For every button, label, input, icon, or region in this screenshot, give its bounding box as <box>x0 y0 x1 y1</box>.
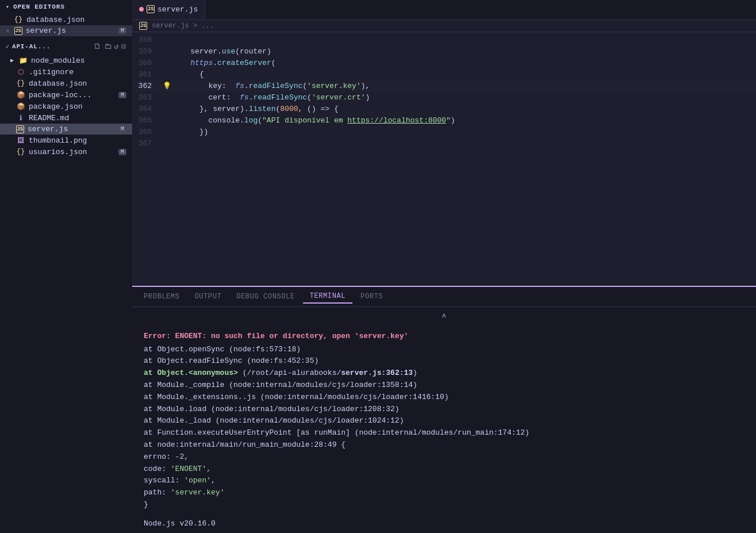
code-line-366: 366 }) <box>132 126 756 138</box>
sidebar-item-thumbnail[interactable]: 🖼 thumbnail.png <box>0 135 132 146</box>
line-num-367: 367 <box>132 138 161 149</box>
line-content-364: }, server).listen(8000, () => { <box>172 103 756 115</box>
tab-output[interactable]: OUTPUT <box>187 290 228 303</box>
line-num-359: 359 <box>132 46 161 57</box>
line-num-365: 365 <box>132 115 161 126</box>
code-line-367: 367 <box>132 138 756 149</box>
sidebar-server-js-label: server.js <box>28 125 68 133</box>
new-file-icon[interactable]: 🗋 <box>94 43 102 51</box>
sidebar-item-open-database-json[interactable]: {} database.json <box>0 14 132 25</box>
terminal-blank <box>144 511 745 518</box>
line-content-359: server.use(router) <box>172 46 756 57</box>
terminal-stack-trace: at Object.openSync (node:fs:573:18) at O… <box>144 344 745 451</box>
terminal-tab-bar: PROBLEMS OUTPUT DEBUG CONSOLE TERMINAL P… <box>132 287 756 307</box>
close-icon[interactable]: ✕ <box>6 27 10 34</box>
modified-badge: M <box>118 149 126 155</box>
stack-text-2: at Object.<anonymous> (/root/api-alurabo… <box>144 369 417 377</box>
sidebar-node-modules-label: node_modules <box>31 56 85 65</box>
modified-badge: M <box>118 28 126 34</box>
sidebar-thumbnail-label: thumbnail.png <box>29 136 87 145</box>
line-num-364: 364 <box>132 103 161 115</box>
sidebar-gitignore-label: .gitignore <box>29 68 74 76</box>
line-num-363: 363 <box>132 92 161 103</box>
line-content-363: cert: fs.readFileSync('server.crt') <box>172 92 756 103</box>
tab-bar: JS server.js <box>132 0 756 20</box>
sidebar-item-node-modules[interactable]: ▶ 📁 node_modules <box>0 55 132 66</box>
line-content-362: key: fs.readFileSync('server.key'), <box>172 80 756 92</box>
sidebar-open-server-js-label: server.js <box>26 26 66 35</box>
sidebar-item-usuarios[interactable]: {} usuarios.json M <box>0 146 132 158</box>
sidebar-item-readme[interactable]: ℹ README.md <box>0 112 132 124</box>
refresh-icon[interactable]: ↺ <box>114 42 120 51</box>
sidebar-item-open-server-js[interactable]: ✕ JS server.js M <box>0 25 132 36</box>
terminal-prompt-line: root in api-alurabooks on ⎇ main [!] <box>144 531 745 533</box>
json-icon: {} <box>14 15 23 24</box>
breadcrumb: JS server.js > ... <box>132 20 756 32</box>
readme-icon: ℹ <box>16 113 25 122</box>
obj-close: } <box>144 499 745 511</box>
sidebar-item-package-json[interactable]: 📦 package.json <box>0 101 132 112</box>
errno-line: errno: -2, <box>144 451 745 463</box>
sidebar-item-package-lock[interactable]: 📦 package-loc... M <box>0 89 132 101</box>
code-line-359: 359 server.use(router) <box>132 46 756 57</box>
stack-text-0: at Object.openSync (node:fs:573:18) <box>144 345 301 354</box>
code-line-364: 364 }, server).listen(8000, () => { <box>132 103 756 115</box>
stack-text-1: at Object.readFileSync (node:fs:452:35) <box>144 356 318 365</box>
line-content-365: console.log("API disponível em https://l… <box>172 115 756 126</box>
stack-text-4: at Module._extensions..js (node:internal… <box>144 393 449 401</box>
line-content-361: { <box>172 69 756 80</box>
stack-text-3: at Module._compile (node:internal/module… <box>144 381 417 389</box>
png-icon: 🖼 <box>16 136 25 145</box>
code-lines: 358 359 server.use(router) 360 https.cre… <box>132 32 756 286</box>
code-line-362: 362 💡 key: fs.readFileSync('server.key')… <box>132 80 756 92</box>
code-editor[interactable]: 358 359 server.use(router) 360 https.cre… <box>132 32 756 286</box>
terminal-output[interactable]: ^ Error: ENOENT: no such file or directo… <box>132 307 756 533</box>
line-num-366: 366 <box>132 126 161 138</box>
sidebar-pkg-json-label: package.json <box>29 102 83 111</box>
tab-server-js-label: server.js <box>158 5 198 14</box>
error-text: Error: ENOENT: no such file or directory… <box>144 332 408 340</box>
tab-server-js[interactable]: JS server.js <box>132 0 205 20</box>
breadcrumb-js-icon: JS <box>139 22 147 30</box>
api-section-header[interactable]: ✓ API-AL... 🗋 🗀 ↺ ⊟ <box>0 39 132 55</box>
stack-line-8: at node:internal/main/run_main_module:28… <box>144 439 745 451</box>
pkg-icon: 📦 <box>16 90 25 99</box>
stack-line-5: at Module.load (node:internal/modules/cj… <box>144 404 745 416</box>
stack-text-8: at node:internal/main/run_main_module:28… <box>144 440 346 449</box>
main-area: JS server.js JS server.js > ... 358 359 … <box>132 0 756 533</box>
tab-ports[interactable]: PORTS <box>354 290 390 303</box>
tab-problems[interactable]: PROBLEMS <box>137 290 186 303</box>
terminal-error-object: errno: -2, code: 'ENOENT', syscall: 'ope… <box>144 451 745 511</box>
new-folder-icon[interactable]: 🗀 <box>104 43 112 51</box>
breadcrumb-text: server.js > ... <box>152 22 214 30</box>
stack-line-6: at Module._load (node:internal/modules/c… <box>144 415 745 427</box>
sidebar-open-database-json-label: database.json <box>26 16 85 24</box>
gitignore-icon: ⬡ <box>16 67 25 76</box>
stack-line-4: at Module._extensions..js (node:internal… <box>144 392 745 404</box>
open-editors-header: ▾ OPEN EDITORS <box>0 0 132 14</box>
line-content-366: }) <box>172 126 756 138</box>
stack-text-5: at Module.load (node:internal/modules/cj… <box>144 405 400 413</box>
terminal-panel: PROBLEMS OUTPUT DEBUG CONSOLE TERMINAL P… <box>132 286 756 533</box>
line-num-361: 361 <box>132 69 161 80</box>
modified-badge: M <box>118 92 126 98</box>
lightbulb-icon[interactable]: 💡 <box>163 80 171 92</box>
sidebar-item-server-js[interactable]: JS server.js M <box>0 124 132 135</box>
code-line-365: 365 console.log("API disponível em https… <box>132 115 756 126</box>
folder-icon: 📁 <box>18 56 28 65</box>
code-line-358: 358 <box>132 34 756 46</box>
code-line-361: 361 { <box>132 69 756 80</box>
unsaved-dot <box>139 7 144 11</box>
sidebar-readme-label: README.md <box>29 114 69 122</box>
chevron-down-icon: ▾ <box>6 3 10 10</box>
stack-line-0: at Object.openSync (node:fs:573:18) <box>144 344 745 356</box>
sidebar-item-gitignore[interactable]: ⬡ .gitignore <box>0 66 132 78</box>
tab-debug-console[interactable]: DEBUG CONSOLE <box>229 290 301 303</box>
tab-terminal[interactable]: TERMINAL <box>303 290 352 304</box>
chevron-right-icon: ▶ <box>10 57 14 64</box>
sidebar-item-database-json[interactable]: {} database.json <box>0 78 132 89</box>
stack-line-7: at Function.executeUserEntryPoint [as ru… <box>144 427 745 439</box>
code-line-363: 363 cert: fs.readFileSync('server.crt') <box>132 92 756 103</box>
stack-text-7: at Function.executeUserEntryPoint [as ru… <box>144 428 529 437</box>
collapse-icon[interactable]: ⊟ <box>121 42 126 51</box>
